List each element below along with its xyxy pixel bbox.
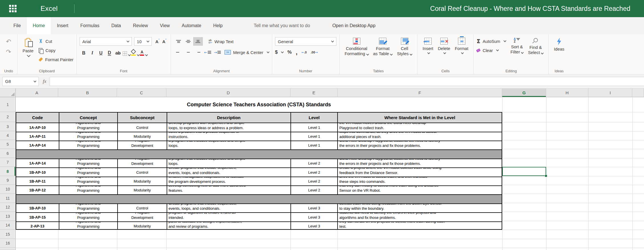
table-cell[interactable]: develop something new or add more advanc… <box>167 186 290 194</box>
redo-button[interactable]: ↷ <box>3 47 14 57</box>
format-painter-button[interactable]: Format Painter <box>39 55 73 64</box>
table-cell[interactable]: Modularity <box>117 132 167 141</box>
table-header-cell[interactable]: Description <box>167 113 290 123</box>
table-cell[interactable]: smaller, manageable subproblems to facil… <box>167 177 290 185</box>
font-color-button[interactable]: A <box>140 48 148 57</box>
bold-button[interactable]: B <box>80 48 88 57</box>
table-cell[interactable]: Level 1 <box>290 132 338 141</box>
column-header-d[interactable]: D <box>166 89 290 97</box>
table-header-cell[interactable]: Subconcept <box>117 113 167 123</box>
row-header-16[interactable]: 16 <box>0 239 16 248</box>
currency-format-button[interactable]: $ <box>275 48 283 57</box>
table-cell[interactable]: Level 1 <box>290 141 338 149</box>
row-header-11[interactable]: 11 <box>0 194 16 203</box>
formula-input[interactable] <box>50 77 644 86</box>
table-header-cell[interactable]: Code <box>16 113 59 123</box>
table-cell[interactable]: Algorithms andProgramming <box>59 204 118 212</box>
percent-format-button[interactable]: % <box>287 49 292 55</box>
table-cell[interactable]: Level 2 <box>290 159 338 167</box>
table-cell[interactable]: ProgramDevelopment <box>117 141 167 149</box>
italic-button[interactable]: I <box>88 48 97 57</box>
align-right-button[interactable] <box>193 48 203 57</box>
table-cell[interactable]: the VR Robot moves around the Coral Reef… <box>337 123 502 132</box>
table-cell[interactable]: Level 3 <box>290 204 338 212</box>
cut-button[interactable]: Cut <box>39 37 73 46</box>
menu-tab-file[interactable]: File <box>7 17 27 34</box>
font-size-combobox[interactable]: 10 <box>134 37 152 46</box>
delete-cells-button[interactable]: ✕ Delete <box>436 37 453 55</box>
format-cells-button[interactable]: Format <box>453 37 471 55</box>
autosum-button[interactable]: Σ AutoSum <box>477 37 506 46</box>
align-center-button[interactable] <box>183 48 193 57</box>
column-header-g[interactable]: G <box>502 89 546 97</box>
increase-decimal-button[interactable]: ←.0 <box>302 51 307 54</box>
row-header-15[interactable]: 15 <box>0 230 16 239</box>
table-cell[interactable]: drive the VR Robot to collect trash, and… <box>337 177 502 185</box>
table-cell[interactable]: 1B-AP-12 <box>16 186 59 194</box>
table-cell[interactable]: Algorithms andProgramming <box>59 222 118 230</box>
row-header-13[interactable]: 13 <box>0 212 16 221</box>
open-in-desktop-button[interactable]: Open in Desktop App <box>332 23 376 28</box>
table-cell[interactable]: Algorithms andProgramming <box>59 177 118 185</box>
row-header-6[interactable]: 6 <box>0 149 16 158</box>
table-cell[interactable]: collects trash while using feedback from… <box>337 204 502 212</box>
table-cell[interactable]: 2-AP-13 <box>16 222 59 230</box>
decrease-decimal-button[interactable]: .00→ <box>311 51 318 54</box>
table-cell[interactable]: Algorithms andProgramming <box>59 141 118 149</box>
table-cell[interactable]: Modularity <box>117 177 167 185</box>
selected-cell-outline[interactable] <box>502 167 546 176</box>
clear-button[interactable]: Clear <box>477 46 506 55</box>
row-header-partial[interactable] <box>0 248 16 250</box>
decrease-indent-button[interactable]: ← <box>203 48 213 57</box>
increase-font-size-button[interactable]: Aˆ <box>154 39 161 45</box>
wrap-text-button[interactable]: abc↩ Wrap Text <box>209 37 234 46</box>
menu-tab-insert[interactable]: Insert <box>51 17 74 34</box>
app-launcher-waffle-icon[interactable] <box>9 5 17 12</box>
table-cell[interactable]: Control <box>117 168 167 177</box>
table-cell[interactable]: 1B-AP-15 <box>16 213 59 221</box>
table-cell[interactable]: 1B-AP-10 <box>16 204 59 212</box>
menu-tab-home[interactable]: Home <box>27 17 51 34</box>
table-cell[interactable]: they can iterate on the projects to coll… <box>337 222 502 230</box>
table-cell[interactable]: Algorithms andProgramming <box>59 159 118 167</box>
table-cell[interactable]: 1A-AP-14 <box>16 141 59 149</box>
middle-align-button[interactable] <box>183 37 193 46</box>
table-cell[interactable]: Algorithms andProgramming <box>59 168 118 177</box>
cell-styles-button[interactable]: Cell Styles <box>395 37 414 57</box>
table-cell[interactable]: solve a problem into a precise sequence … <box>167 132 290 141</box>
column-header-a[interactable]: A <box>16 89 58 97</box>
column-header-partial[interactable] <box>632 89 644 97</box>
table-cell[interactable]: Level 2 <box>290 186 338 194</box>
column-header-h[interactable]: H <box>546 89 588 97</box>
menu-tab-view[interactable]: View <box>154 17 175 34</box>
menu-tab-help[interactable]: Help <box>207 17 229 34</box>
comma-format-button[interactable]: , <box>296 49 297 56</box>
table-cell[interactable]: a program that includes sequences and si… <box>167 159 290 167</box>
row-header-9[interactable]: 9 <box>0 176 16 185</box>
table-cell[interactable]: Create programs that include sequences,e… <box>167 168 290 177</box>
table-header-cell[interactable]: Level <box>290 113 338 123</box>
table-cell[interactable]: a program that includes sequences and si… <box>167 141 290 149</box>
borders-button[interactable] <box>122 48 131 57</box>
table-cell[interactable]: students will need to identify the error… <box>337 213 502 221</box>
row-header-3[interactable]: 3 <box>0 122 16 131</box>
table-cell[interactable]: ProgramDevelopment <box>117 159 167 167</box>
row-header-8[interactable]: 8 <box>0 167 16 176</box>
table-cell[interactable]: that they can modify to collect more tra… <box>337 186 502 194</box>
table-cell[interactable]: Algorithms andProgramming <box>59 123 118 132</box>
column-header-f[interactable]: F <box>338 89 502 97</box>
table-cell[interactable]: create a project where the VR Robot coll… <box>337 168 502 177</box>
format-as-table-button[interactable]: Format as Table <box>371 37 395 57</box>
undo-button[interactable]: ↶ <box>3 37 14 47</box>
row-header-14[interactable]: 14 <box>0 221 16 230</box>
select-all-corner[interactable] <box>0 89 16 97</box>
table-cell[interactable]: Level 2 <box>290 168 338 177</box>
name-box[interactable]: G8 <box>2 77 39 86</box>
table-cell[interactable]: Level 2 <box>290 177 338 185</box>
number-format-combobox[interactable]: General <box>275 37 336 46</box>
bottom-align-button[interactable] <box>193 37 203 46</box>
table-cell[interactable]: Modularity <box>117 186 167 194</box>
increase-indent-button[interactable]: → <box>213 48 222 57</box>
table-cell[interactable]: program or algorithm to ensure it runs a… <box>167 213 290 221</box>
ideas-button[interactable]: Ideas <box>552 37 567 53</box>
